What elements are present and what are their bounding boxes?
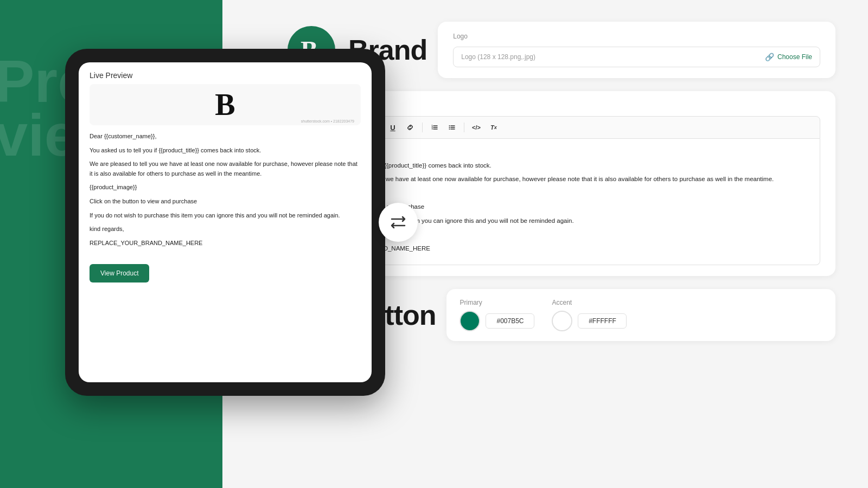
tablet-view-product-button[interactable]: View Product [90, 264, 149, 282]
svg-point-9 [449, 125, 450, 126]
tablet-screen: Live Preview B shutterstock.com • 218220… [79, 62, 372, 382]
editor-greeting: Dear {{customer_name}}, [312, 146, 811, 157]
editor-line2: We are pleased to tell you we have at le… [312, 174, 811, 185]
clear-format-button[interactable]: Tx [486, 120, 501, 135]
color-card: Primary #007B5C Accent #FFFFFF [446, 289, 835, 341]
tablet-body: Dear {{customer_name}}, You asked us to … [79, 125, 372, 259]
unordered-list-button[interactable] [444, 120, 459, 135]
accent-color-group: Accent #FFFFFF [552, 299, 627, 331]
tablet-logo-caption: shutterstock.com • 2182203479 [301, 119, 354, 123]
primary-color-value[interactable]: #007B5C [486, 313, 534, 329]
svg-point-10 [449, 127, 450, 128]
ordered-list-button[interactable]: 1 2 3 [427, 120, 442, 135]
tablet-logo-letter: B [215, 89, 235, 120]
accent-swatch-row: #FFFFFF [552, 311, 627, 331]
tablet-header: Live Preview [79, 62, 372, 84]
tablet-line3: {{product_image}} [90, 183, 361, 192]
link-toolbar-icon [406, 124, 414, 131]
tablet-logo-area: B shutterstock.com • 2182203479 [90, 84, 361, 125]
tablet-greeting: Dear {{customer_name}}, [90, 132, 361, 142]
svg-point-11 [449, 129, 450, 130]
link-button[interactable] [403, 120, 418, 135]
primary-swatch-row: #007B5C [459, 311, 534, 331]
tablet-preview: Live Preview B shutterstock.com • 218220… [65, 49, 385, 396]
accent-label: Accent [552, 299, 627, 306]
primary-color-group: Primary #007B5C [459, 299, 534, 331]
logo-card-label: Logo [453, 33, 820, 40]
editor-line3: {{product_image}} [312, 188, 811, 199]
primary-label: Primary [459, 299, 534, 306]
editor-line7: REPLACE_YOUR_BRAND_NAME_HERE [312, 243, 811, 254]
accent-swatch[interactable] [552, 311, 572, 331]
tablet-line5: If you do not wish to purchase this item… [90, 211, 361, 221]
arrows-icon [390, 215, 407, 230]
code-button[interactable]: </> [469, 120, 484, 135]
ordered-list-icon: 1 2 3 [431, 124, 438, 131]
tablet-line7: REPLACE_YOUR_BRAND_NAME_HERE [90, 239, 361, 248]
logo-placeholder: Logo (128 x 128.png,.jpg) [461, 53, 760, 61]
toolbar-divider-2 [464, 123, 464, 132]
tablet-line6: kind regards, [90, 224, 361, 234]
svg-text:3: 3 [432, 127, 433, 130]
toggle-arrows[interactable] [379, 203, 418, 242]
toolbar-divider-1 [422, 123, 423, 132]
choose-file-button[interactable]: 🔗 Choose File [765, 53, 812, 61]
editor-line1: You asked us to tell you if {{product_ti… [312, 160, 811, 171]
logo-input-row: Logo (128 x 128.png,.jpg) 🔗 Choose File [453, 47, 820, 67]
tablet-line4: Click on the button to view and purchase [90, 197, 361, 207]
accent-color-value[interactable]: #FFFFFF [578, 313, 627, 329]
unordered-list-icon [448, 124, 456, 131]
primary-swatch[interactable] [459, 311, 480, 331]
link-icon: 🔗 [765, 53, 774, 61]
underline-button[interactable]: U [385, 120, 400, 135]
choose-file-label: Choose File [777, 53, 812, 61]
tablet-line1: You asked us to tell you if {{product_ti… [90, 146, 361, 156]
tablet-line2: We are pleased to tell you we have at le… [90, 159, 361, 178]
logo-card: Logo Logo (128 x 128.png,.jpg) 🔗 Choose … [438, 22, 835, 78]
